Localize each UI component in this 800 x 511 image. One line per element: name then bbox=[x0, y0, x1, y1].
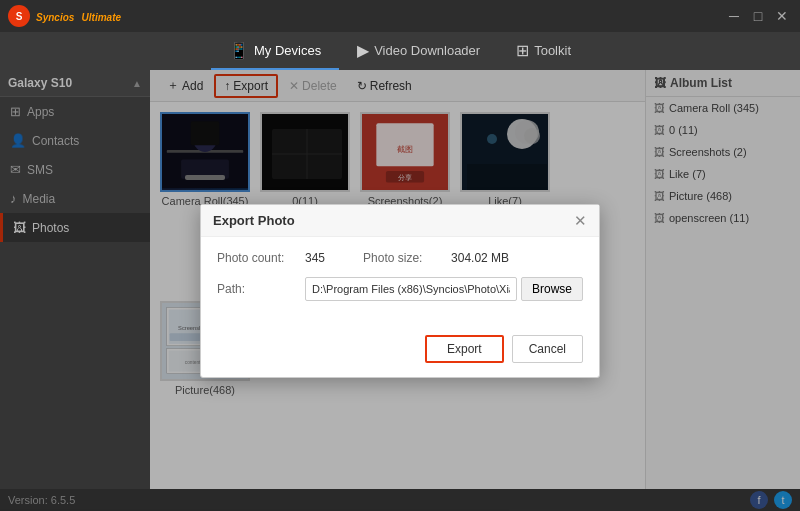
window-controls: ─ □ ✕ bbox=[724, 6, 792, 26]
tab-toolkit[interactable]: ⊞ Toolkit bbox=[498, 32, 589, 70]
photo-size-label: Photo size: bbox=[363, 251, 443, 265]
tab-my-devices-label: My Devices bbox=[254, 43, 321, 58]
modal-body: Photo count: 345 Photo size: 304.02 MB P… bbox=[201, 237, 599, 327]
main-wrapper: Galaxy S10 ▲ ⊞ Apps 👤 Contacts ✉ SMS ♪ M… bbox=[0, 70, 800, 511]
tab-video-downloader[interactable]: ▶ Video Downloader bbox=[339, 32, 498, 70]
brand-name: Syncios bbox=[36, 12, 74, 23]
modal-footer: Export Cancel bbox=[201, 327, 599, 377]
browse-button[interactable]: Browse bbox=[521, 277, 583, 301]
photo-size-value: 304.02 MB bbox=[451, 251, 509, 265]
path-input[interactable] bbox=[305, 277, 517, 301]
path-group: Browse bbox=[305, 277, 583, 301]
nav-tabs: 📱 My Devices ▶ Video Downloader ⊞ Toolki… bbox=[0, 32, 800, 70]
photo-count-value: 345 bbox=[305, 251, 325, 265]
toolkit-icon: ⊞ bbox=[516, 41, 529, 60]
export-photo-modal: Export Photo ✕ Photo count: 345 Photo si… bbox=[200, 204, 600, 378]
tab-video-downloader-label: Video Downloader bbox=[374, 43, 480, 58]
cancel-button[interactable]: Cancel bbox=[512, 335, 583, 363]
tab-toolkit-label: Toolkit bbox=[534, 43, 571, 58]
modal-header: Export Photo ✕ bbox=[201, 205, 599, 237]
path-label: Path: bbox=[217, 282, 297, 296]
modal-close-button[interactable]: ✕ bbox=[574, 213, 587, 228]
close-button[interactable]: ✕ bbox=[772, 6, 792, 26]
tab-my-devices[interactable]: 📱 My Devices bbox=[211, 32, 339, 70]
play-icon: ▶ bbox=[357, 41, 369, 60]
titlebar-left: S Syncios Ultimate bbox=[8, 5, 121, 27]
titlebar: S Syncios Ultimate ─ □ ✕ bbox=[0, 0, 800, 32]
modal-title: Export Photo bbox=[213, 213, 295, 228]
modal-overlay: Export Photo ✕ Photo count: 345 Photo si… bbox=[0, 70, 800, 511]
photo-count-label: Photo count: bbox=[217, 251, 297, 265]
modal-row-path: Path: Browse bbox=[217, 277, 583, 301]
maximize-button[interactable]: □ bbox=[748, 6, 768, 26]
phone-icon: 📱 bbox=[229, 41, 249, 60]
export-confirm-button[interactable]: Export bbox=[425, 335, 504, 363]
modal-row-count: Photo count: 345 Photo size: 304.02 MB bbox=[217, 251, 583, 265]
brand-sub: Ultimate bbox=[82, 12, 121, 23]
minimize-button[interactable]: ─ bbox=[724, 6, 744, 26]
app-logo: S bbox=[8, 5, 30, 27]
app-brand: Syncios Ultimate bbox=[36, 9, 121, 24]
